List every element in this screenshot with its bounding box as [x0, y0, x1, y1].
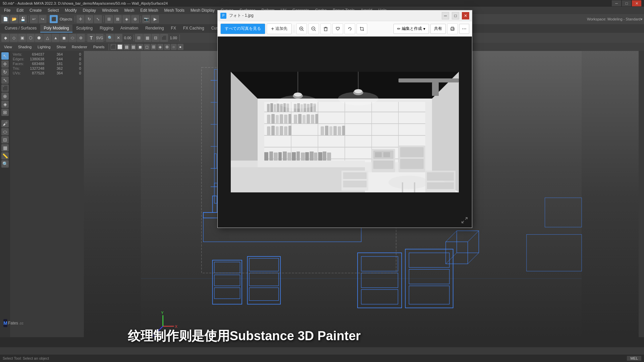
tab-rigging[interactable]: Rigging [96, 24, 117, 33]
layout-tool3[interactable]: ⊟ [152, 34, 160, 42]
menu-item-mesh-tools[interactable]: Mesh Tools [162, 7, 187, 13]
tool5-icon[interactable]: ⬛ [1, 84, 9, 92]
poly-tool7[interactable]: ▲ [52, 34, 60, 42]
panels-menu[interactable]: Panels [91, 44, 107, 50]
view-tool1[interactable]: 🔍 [106, 34, 114, 42]
sculpt-icon[interactable]: ⬭ [1, 128, 9, 135]
move-button[interactable]: ✛ [76, 15, 85, 23]
tab-rendering[interactable]: Rendering [142, 24, 167, 33]
snap1-button[interactable]: ⊞ [105, 15, 113, 23]
share-button[interactable]: 共有 [430, 24, 446, 34]
photo-maximize-button[interactable]: □ [452, 12, 459, 19]
layout-tool4[interactable]: ⬛ [160, 34, 168, 42]
vp-icon8[interactable]: ◈ [157, 44, 163, 50]
edit-create-button[interactable]: ✏ 編集と作成 ▾ [393, 24, 429, 34]
view-tool2[interactable]: ✕ [114, 34, 122, 42]
close-button[interactable]: ✕ [632, 0, 641, 6]
menu-item-mesh[interactable]: Mesh [122, 7, 137, 13]
vp-icon9[interactable]: ⊕ [164, 44, 170, 50]
scale-mode-icon[interactable]: ⤡ [1, 76, 9, 84]
menu-item-edit-mesh[interactable]: Edit Mesh [138, 7, 161, 13]
vp-icon2[interactable]: ⬜ [117, 44, 123, 50]
all-photos-button[interactable]: すべての写真を見る [220, 23, 265, 34]
menu-item-modify[interactable]: Modify [62, 7, 79, 13]
snap2-button[interactable]: ⊠ [114, 15, 122, 23]
select-button[interactable]: ⬛ [50, 15, 58, 23]
lighting-menu[interactable]: Lighting [35, 44, 53, 50]
new-button[interactable]: 📄 [1, 15, 9, 23]
move-mode-icon[interactable]: ✛ [1, 60, 9, 68]
poly-tool3[interactable]: ▣ [18, 34, 26, 42]
menu-item-display[interactable]: Display [80, 7, 99, 13]
redo-button[interactable]: ↪ [39, 15, 47, 23]
menu-item-file[interactable]: File [1, 7, 13, 13]
open-button[interactable]: 📂 [10, 15, 18, 23]
tab-curves---surfaces[interactable]: Curves / Surfaces [1, 24, 40, 33]
poly-tool6[interactable]: △ [43, 34, 51, 42]
tab-animation[interactable]: Animation [117, 24, 142, 33]
select-mode-icon[interactable]: ↖ [1, 52, 9, 60]
poly-tool5[interactable]: ⬢ [35, 34, 43, 42]
vp-icon4[interactable]: ▦ [130, 44, 137, 50]
print-button[interactable] [447, 23, 458, 34]
tab-fx-caching[interactable]: FX Caching [180, 24, 208, 33]
minimize-button[interactable]: ─ [612, 0, 621, 6]
vp-icon5[interactable]: ◼ [137, 44, 143, 50]
show-menu[interactable]: Show [54, 44, 69, 50]
text-tool[interactable]: T [87, 34, 95, 42]
view-menu[interactable]: View [1, 44, 15, 50]
poly-tool9[interactable]: ⬭ [68, 34, 76, 42]
zoom-in-button[interactable] [296, 23, 307, 34]
poly-tool1[interactable]: ◆ [1, 34, 9, 42]
tab-sculpting[interactable]: Sculpting [73, 24, 96, 33]
photo-content[interactable] [218, 37, 472, 228]
photo-minimize-button[interactable]: ─ [442, 12, 449, 19]
more-button[interactable]: ··· [459, 24, 469, 34]
undo-button[interactable]: ↩ [30, 15, 38, 23]
tab-fx[interactable]: FX [168, 24, 179, 33]
svg-tool[interactable]: SVG [96, 34, 104, 42]
poly-tool10[interactable]: ⊛ [77, 34, 85, 42]
tab-poly-modeling[interactable]: Poly Modeling [40, 24, 72, 33]
photo-close-button[interactable]: ✕ [462, 12, 469, 19]
menu-item-windows[interactable]: Windows [99, 7, 121, 13]
layout-tool2[interactable]: ▦ [143, 34, 151, 42]
layout-tool1[interactable]: ⊞ [135, 34, 143, 42]
shading-menu[interactable]: Shading [15, 44, 34, 50]
menu-item-edit[interactable]: Edit [14, 7, 26, 13]
layout-icon[interactable]: ⊟ [1, 136, 9, 143]
poly-tool8[interactable]: ◼ [60, 34, 68, 42]
add-to-button[interactable]: + 追加先 [267, 23, 292, 34]
menu-item-select[interactable]: Select [45, 7, 61, 13]
tool8-icon[interactable]: ⊞ [1, 109, 9, 116]
vp-icon3[interactable]: ▩ [124, 44, 130, 50]
rotate-button[interactable]: ↻ [85, 15, 93, 23]
vp-icon11[interactable]: ● [177, 44, 183, 50]
vp-icon7[interactable]: ⊞ [151, 44, 157, 50]
poly-tool2[interactable]: ◇ [10, 34, 18, 42]
rotate-mode-icon[interactable]: ↻ [1, 68, 9, 76]
undo-button[interactable] [344, 23, 355, 34]
save-button[interactable]: 💾 [19, 15, 27, 23]
expand-button[interactable] [461, 217, 468, 224]
poly-tool4[interactable]: ⬡ [26, 34, 35, 42]
render-button[interactable]: ▶ [151, 15, 159, 23]
mel-indicator[interactable]: MEL [627, 356, 641, 361]
tool6-icon[interactable]: ⊕ [1, 93, 9, 100]
grid-icon[interactable]: ▦ [1, 144, 9, 152]
snap3-button[interactable]: ◈ [122, 15, 130, 23]
menu-item-create[interactable]: Create [27, 7, 44, 13]
vp-icon1[interactable]: ⬛ [110, 44, 116, 50]
menu-item-mesh-display[interactable]: Mesh Display [188, 7, 217, 13]
delete-button[interactable] [320, 23, 331, 34]
tool7-icon[interactable]: ◈ [1, 101, 9, 108]
paint-icon[interactable]: 🖌 [1, 120, 9, 127]
measure-icon[interactable]: 📏 [1, 152, 9, 160]
snap4-button[interactable]: ⊕ [131, 15, 139, 23]
vp-icon6[interactable]: ◻ [144, 44, 150, 50]
camera-button[interactable]: 📷 [142, 15, 150, 23]
scale-button[interactable]: ⤡ [94, 15, 102, 23]
vp-icon10[interactable]: ○ [171, 44, 177, 50]
renderer-menu[interactable]: Renderer [69, 44, 90, 50]
favorite-button[interactable] [332, 23, 343, 34]
